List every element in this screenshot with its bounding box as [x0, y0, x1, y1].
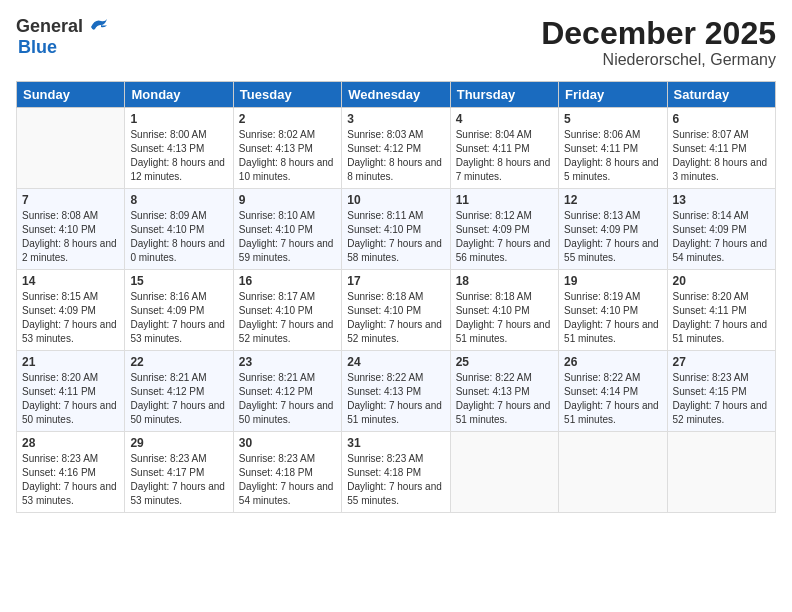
calendar-cell: 7Sunrise: 8:08 AMSunset: 4:10 PMDaylight…: [17, 189, 125, 270]
calendar-cell: 14Sunrise: 8:15 AMSunset: 4:09 PMDayligh…: [17, 270, 125, 351]
day-info: Sunrise: 8:12 AMSunset: 4:09 PMDaylight:…: [456, 209, 553, 265]
calendar-week-3: 14Sunrise: 8:15 AMSunset: 4:09 PMDayligh…: [17, 270, 776, 351]
calendar-cell: [17, 108, 125, 189]
calendar-cell: 3Sunrise: 8:03 AMSunset: 4:12 PMDaylight…: [342, 108, 450, 189]
calendar-cell: 23Sunrise: 8:21 AMSunset: 4:12 PMDayligh…: [233, 351, 341, 432]
day-info: Sunrise: 8:00 AMSunset: 4:13 PMDaylight:…: [130, 128, 227, 184]
day-info: Sunrise: 8:23 AMSunset: 4:18 PMDaylight:…: [239, 452, 336, 508]
calendar-cell: 17Sunrise: 8:18 AMSunset: 4:10 PMDayligh…: [342, 270, 450, 351]
day-number: 21: [22, 355, 119, 369]
day-info: Sunrise: 8:08 AMSunset: 4:10 PMDaylight:…: [22, 209, 119, 265]
calendar-table: SundayMondayTuesdayWednesdayThursdayFrid…: [16, 81, 776, 513]
day-number: 4: [456, 112, 553, 126]
calendar-cell: 22Sunrise: 8:21 AMSunset: 4:12 PMDayligh…: [125, 351, 233, 432]
day-number: 10: [347, 193, 444, 207]
day-number: 25: [456, 355, 553, 369]
calendar-cell: 16Sunrise: 8:17 AMSunset: 4:10 PMDayligh…: [233, 270, 341, 351]
day-info: Sunrise: 8:22 AMSunset: 4:13 PMDaylight:…: [456, 371, 553, 427]
day-info: Sunrise: 8:17 AMSunset: 4:10 PMDaylight:…: [239, 290, 336, 346]
page-container: General Blue December 2025 Niederorschel…: [0, 0, 792, 521]
day-info: Sunrise: 8:19 AMSunset: 4:10 PMDaylight:…: [564, 290, 661, 346]
calendar-cell: 8Sunrise: 8:09 AMSunset: 4:10 PMDaylight…: [125, 189, 233, 270]
day-number: 9: [239, 193, 336, 207]
day-info: Sunrise: 8:23 AMSunset: 4:17 PMDaylight:…: [130, 452, 227, 508]
calendar-cell: 20Sunrise: 8:20 AMSunset: 4:11 PMDayligh…: [667, 270, 775, 351]
logo-bird-icon: [87, 17, 109, 35]
weekday-header-sunday: Sunday: [17, 82, 125, 108]
day-number: 26: [564, 355, 661, 369]
day-number: 1: [130, 112, 227, 126]
page-subtitle: Niederorschel, Germany: [541, 51, 776, 69]
day-number: 17: [347, 274, 444, 288]
day-info: Sunrise: 8:18 AMSunset: 4:10 PMDaylight:…: [347, 290, 444, 346]
calendar-cell: 19Sunrise: 8:19 AMSunset: 4:10 PMDayligh…: [559, 270, 667, 351]
page-title: December 2025: [541, 16, 776, 51]
calendar-header: SundayMondayTuesdayWednesdayThursdayFrid…: [17, 82, 776, 108]
calendar-week-1: 1Sunrise: 8:00 AMSunset: 4:13 PMDaylight…: [17, 108, 776, 189]
day-number: 8: [130, 193, 227, 207]
day-number: 16: [239, 274, 336, 288]
day-info: Sunrise: 8:13 AMSunset: 4:09 PMDaylight:…: [564, 209, 661, 265]
day-info: Sunrise: 8:11 AMSunset: 4:10 PMDaylight:…: [347, 209, 444, 265]
day-info: Sunrise: 8:21 AMSunset: 4:12 PMDaylight:…: [239, 371, 336, 427]
calendar-cell: [559, 432, 667, 513]
weekday-header-wednesday: Wednesday: [342, 82, 450, 108]
day-info: Sunrise: 8:06 AMSunset: 4:11 PMDaylight:…: [564, 128, 661, 184]
day-info: Sunrise: 8:21 AMSunset: 4:12 PMDaylight:…: [130, 371, 227, 427]
day-number: 24: [347, 355, 444, 369]
calendar-cell: 4Sunrise: 8:04 AMSunset: 4:11 PMDaylight…: [450, 108, 558, 189]
logo: General Blue: [16, 16, 109, 58]
calendar-cell: 13Sunrise: 8:14 AMSunset: 4:09 PMDayligh…: [667, 189, 775, 270]
day-number: 11: [456, 193, 553, 207]
calendar-cell: 28Sunrise: 8:23 AMSunset: 4:16 PMDayligh…: [17, 432, 125, 513]
weekday-header-thursday: Thursday: [450, 82, 558, 108]
calendar-week-4: 21Sunrise: 8:20 AMSunset: 4:11 PMDayligh…: [17, 351, 776, 432]
calendar-cell: [667, 432, 775, 513]
day-info: Sunrise: 8:23 AMSunset: 4:15 PMDaylight:…: [673, 371, 770, 427]
calendar-cell: 27Sunrise: 8:23 AMSunset: 4:15 PMDayligh…: [667, 351, 775, 432]
logo-blue: Blue: [18, 37, 57, 58]
day-info: Sunrise: 8:22 AMSunset: 4:13 PMDaylight:…: [347, 371, 444, 427]
day-number: 22: [130, 355, 227, 369]
day-info: Sunrise: 8:20 AMSunset: 4:11 PMDaylight:…: [673, 290, 770, 346]
calendar-cell: 11Sunrise: 8:12 AMSunset: 4:09 PMDayligh…: [450, 189, 558, 270]
day-info: Sunrise: 8:18 AMSunset: 4:10 PMDaylight:…: [456, 290, 553, 346]
calendar-cell: 30Sunrise: 8:23 AMSunset: 4:18 PMDayligh…: [233, 432, 341, 513]
calendar-cell: 5Sunrise: 8:06 AMSunset: 4:11 PMDaylight…: [559, 108, 667, 189]
logo-general: General: [16, 16, 83, 37]
day-number: 3: [347, 112, 444, 126]
day-info: Sunrise: 8:07 AMSunset: 4:11 PMDaylight:…: [673, 128, 770, 184]
day-number: 7: [22, 193, 119, 207]
day-info: Sunrise: 8:10 AMSunset: 4:10 PMDaylight:…: [239, 209, 336, 265]
day-number: 30: [239, 436, 336, 450]
calendar-cell: [450, 432, 558, 513]
calendar-cell: 6Sunrise: 8:07 AMSunset: 4:11 PMDaylight…: [667, 108, 775, 189]
day-number: 19: [564, 274, 661, 288]
day-info: Sunrise: 8:14 AMSunset: 4:09 PMDaylight:…: [673, 209, 770, 265]
day-number: 31: [347, 436, 444, 450]
day-number: 28: [22, 436, 119, 450]
calendar-cell: 9Sunrise: 8:10 AMSunset: 4:10 PMDaylight…: [233, 189, 341, 270]
calendar-cell: 21Sunrise: 8:20 AMSunset: 4:11 PMDayligh…: [17, 351, 125, 432]
day-number: 27: [673, 355, 770, 369]
calendar-body: 1Sunrise: 8:00 AMSunset: 4:13 PMDaylight…: [17, 108, 776, 513]
calendar-cell: 26Sunrise: 8:22 AMSunset: 4:14 PMDayligh…: [559, 351, 667, 432]
calendar-cell: 24Sunrise: 8:22 AMSunset: 4:13 PMDayligh…: [342, 351, 450, 432]
weekday-header-saturday: Saturday: [667, 82, 775, 108]
day-number: 14: [22, 274, 119, 288]
day-number: 23: [239, 355, 336, 369]
day-info: Sunrise: 8:02 AMSunset: 4:13 PMDaylight:…: [239, 128, 336, 184]
weekday-header-friday: Friday: [559, 82, 667, 108]
weekday-header-tuesday: Tuesday: [233, 82, 341, 108]
day-info: Sunrise: 8:09 AMSunset: 4:10 PMDaylight:…: [130, 209, 227, 265]
calendar-week-2: 7Sunrise: 8:08 AMSunset: 4:10 PMDaylight…: [17, 189, 776, 270]
calendar-cell: 12Sunrise: 8:13 AMSunset: 4:09 PMDayligh…: [559, 189, 667, 270]
day-info: Sunrise: 8:04 AMSunset: 4:11 PMDaylight:…: [456, 128, 553, 184]
calendar-cell: 25Sunrise: 8:22 AMSunset: 4:13 PMDayligh…: [450, 351, 558, 432]
day-number: 13: [673, 193, 770, 207]
day-info: Sunrise: 8:22 AMSunset: 4:14 PMDaylight:…: [564, 371, 661, 427]
day-number: 20: [673, 274, 770, 288]
day-number: 29: [130, 436, 227, 450]
calendar-cell: 29Sunrise: 8:23 AMSunset: 4:17 PMDayligh…: [125, 432, 233, 513]
day-info: Sunrise: 8:20 AMSunset: 4:11 PMDaylight:…: [22, 371, 119, 427]
